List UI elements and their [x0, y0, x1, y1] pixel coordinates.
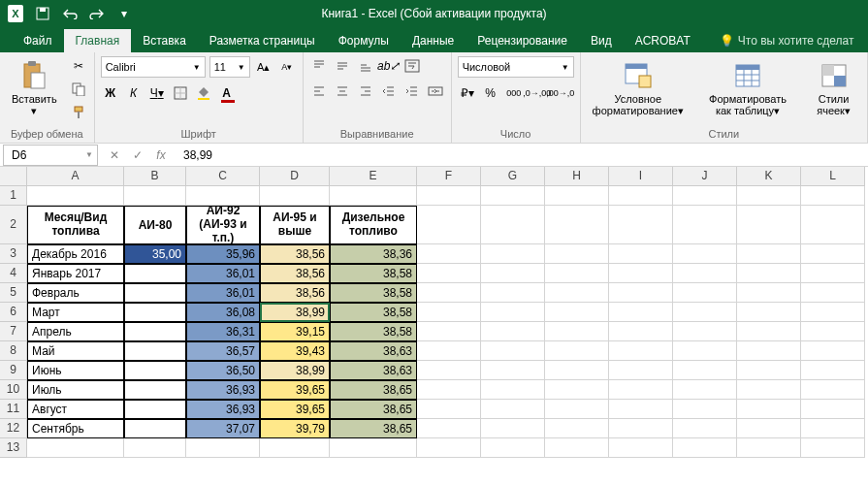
cell[interactable] — [609, 400, 673, 419]
cell[interactable] — [330, 186, 417, 206]
cell[interactable]: 39,15 — [260, 322, 330, 341]
cell[interactable] — [737, 264, 801, 283]
cell[interactable] — [801, 361, 865, 380]
cell[interactable] — [417, 361, 481, 380]
cell[interactable] — [417, 244, 481, 264]
cell[interactable] — [417, 303, 481, 322]
cell[interactable] — [545, 322, 609, 341]
cell[interactable]: Март — [27, 303, 124, 322]
cell[interactable]: 39,43 — [260, 341, 330, 361]
cell[interactable] — [545, 283, 609, 303]
accounting-format-button[interactable]: ₽▾ — [458, 83, 477, 103]
italic-button[interactable]: К — [124, 83, 144, 103]
cell[interactable] — [481, 264, 545, 283]
cell[interactable]: 38,58 — [330, 264, 417, 283]
cell[interactable] — [124, 283, 186, 303]
cell[interactable]: АИ-80 — [124, 206, 186, 244]
cell[interactable] — [737, 283, 801, 303]
cell[interactable] — [481, 283, 545, 303]
format-as-table-button[interactable]: Форматировать как таблицу▾ — [695, 56, 800, 120]
increase-indent-button[interactable] — [402, 81, 422, 101]
decrease-decimal-button[interactable]: ,00→,0 — [551, 83, 570, 103]
cell[interactable]: Апрель — [27, 322, 124, 341]
tab-acrobat[interactable]: ACROBAT — [624, 29, 702, 52]
cell[interactable]: 38,63 — [330, 361, 417, 380]
cell[interactable] — [481, 322, 545, 341]
cell[interactable]: Январь 2017 — [27, 264, 124, 283]
row-header[interactable]: 3 — [0, 244, 27, 264]
cell[interactable] — [545, 244, 609, 264]
tell-me-search[interactable]: 💡 Что вы хотите сделат — [712, 29, 862, 52]
cell[interactable]: Июнь — [27, 361, 124, 380]
cancel-formula-button[interactable]: ✕ — [104, 145, 125, 166]
cell[interactable]: Дизельное топливо — [330, 206, 417, 244]
cell[interactable] — [609, 303, 673, 322]
cell[interactable] — [609, 361, 673, 380]
cell[interactable] — [481, 303, 545, 322]
cell[interactable] — [124, 264, 186, 283]
cell[interactable]: 38,56 — [260, 244, 330, 264]
cell[interactable] — [417, 264, 481, 283]
cell[interactable] — [417, 380, 481, 400]
cell[interactable] — [545, 186, 609, 206]
tab-data[interactable]: Данные — [401, 29, 466, 52]
cell[interactable]: 36,08 — [186, 303, 260, 322]
row-header[interactable]: 12 — [0, 419, 27, 438]
name-box[interactable]: D6▼ — [3, 145, 98, 166]
cell[interactable] — [124, 341, 186, 361]
cell[interactable] — [186, 186, 260, 206]
cell[interactable] — [801, 264, 865, 283]
cell[interactable] — [609, 186, 673, 206]
cell[interactable] — [737, 341, 801, 361]
cell[interactable] — [801, 400, 865, 419]
fill-color-button[interactable] — [194, 83, 213, 103]
cell[interactable]: 38,56 — [260, 283, 330, 303]
cell[interactable] — [124, 322, 186, 341]
cell[interactable] — [609, 206, 673, 244]
cell[interactable]: 38,56 — [260, 264, 330, 283]
cell[interactable] — [801, 322, 865, 341]
cell[interactable] — [673, 400, 737, 419]
cell[interactable] — [417, 400, 481, 419]
align-top-button[interactable] — [309, 56, 329, 76]
paste-button[interactable]: Вставить▾ — [6, 56, 63, 120]
cell[interactable] — [673, 438, 737, 458]
cell[interactable] — [801, 186, 865, 206]
cell[interactable] — [124, 400, 186, 419]
cell[interactable] — [545, 341, 609, 361]
align-center-button[interactable] — [333, 81, 352, 101]
redo-icon[interactable] — [89, 6, 105, 21]
cell[interactable] — [417, 341, 481, 361]
cell[interactable]: 38,58 — [330, 322, 417, 341]
cell[interactable]: Май — [27, 341, 124, 361]
cell[interactable]: 35,00 — [124, 244, 186, 264]
save-icon[interactable] — [35, 6, 50, 21]
cell[interactable] — [673, 303, 737, 322]
comma-format-button[interactable]: 000 — [504, 83, 524, 103]
cell[interactable]: 39,79 — [260, 419, 330, 438]
column-header[interactable]: K — [737, 167, 801, 186]
cell[interactable] — [481, 206, 545, 244]
align-right-button[interactable] — [356, 81, 375, 101]
tab-file[interactable]: Файл — [12, 29, 64, 52]
cell[interactable] — [673, 361, 737, 380]
cell[interactable] — [417, 186, 481, 206]
column-header[interactable]: L — [801, 167, 865, 186]
cell[interactable]: 38,36 — [330, 244, 417, 264]
row-header[interactable]: 5 — [0, 283, 27, 303]
cell[interactable] — [124, 438, 186, 458]
cell[interactable] — [545, 380, 609, 400]
cell-styles-button[interactable]: Стили ячеек▾ — [806, 56, 861, 120]
cell[interactable] — [737, 438, 801, 458]
cell[interactable] — [673, 264, 737, 283]
cell[interactable] — [673, 322, 737, 341]
cell[interactable]: 38,99 — [260, 361, 330, 380]
cell[interactable] — [545, 438, 609, 458]
cell[interactable] — [27, 438, 124, 458]
borders-button[interactable] — [171, 83, 190, 103]
format-painter-button[interactable] — [69, 103, 88, 122]
column-header[interactable]: E — [330, 167, 417, 186]
cell[interactable]: 38,65 — [330, 380, 417, 400]
row-header[interactable]: 7 — [0, 322, 27, 341]
cell[interactable] — [609, 341, 673, 361]
